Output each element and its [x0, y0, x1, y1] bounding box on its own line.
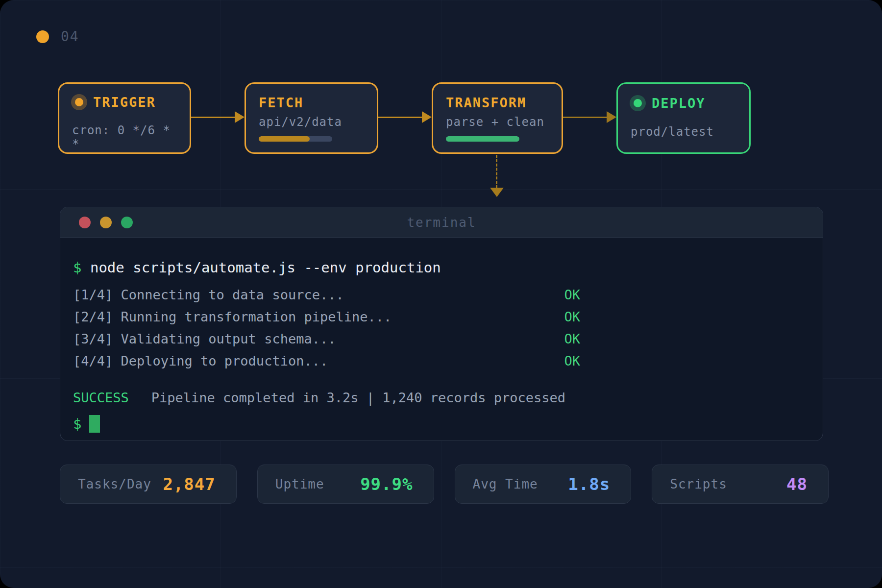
dashed-arrow-head-icon	[490, 188, 504, 197]
command-text: node scripts/automate.js --env productio…	[81, 259, 441, 276]
terminal-prompt-line[interactable]: $	[73, 413, 808, 435]
arrow-line	[563, 117, 610, 118]
success-badge: SUCCESS	[73, 390, 129, 405]
node-title: TRIGGER	[93, 95, 156, 110]
page-number: 04	[61, 28, 79, 45]
arrow-line	[378, 117, 425, 118]
arrow-line	[191, 117, 238, 118]
stat-value: 2,847	[163, 474, 215, 494]
prompt-symbol: $	[73, 416, 81, 432]
step-row: [2/4] Running transformation pipeline...…	[73, 306, 580, 328]
dashed-arrow-transform-to-terminal	[496, 155, 497, 188]
terminal-titlebar[interactable]: terminal	[60, 207, 823, 238]
stat-value: 48	[786, 474, 808, 494]
node-title: TRANSFORM	[446, 95, 526, 110]
stat-card-tasks-per-day: Tasks/Day 2,847	[60, 465, 237, 504]
step-list: [1/4] Connecting to data source... OK [2…	[73, 284, 580, 372]
terminal-window: terminal $ node scripts/automate.js --en…	[60, 207, 823, 441]
node-subtitle: api/v2/data	[259, 115, 364, 129]
step-label: [4/4] Deploying to production...	[73, 350, 328, 372]
step-label: [2/4] Running transformation pipeline...	[73, 306, 392, 328]
step-status: OK	[564, 284, 580, 306]
terminal-title: terminal	[60, 215, 823, 230]
step-row: [4/4] Deploying to production... OK	[73, 350, 580, 372]
stat-card-scripts: Scripts 48	[652, 465, 829, 504]
step-label: [1/4] Connecting to data source...	[73, 284, 344, 306]
transform-progress-bar	[446, 136, 519, 142]
step-row: [1/4] Connecting to data source... OK	[73, 284, 580, 306]
pipeline-node-deploy[interactable]: DEPLOY prod/latest	[616, 82, 751, 154]
stat-label: Avg Time	[473, 477, 538, 491]
page-badge: 04	[36, 28, 79, 45]
terminal-output: $ node scripts/automate.js --env product…	[60, 238, 823, 435]
deploy-active-dot-icon	[634, 99, 642, 107]
automation-dashboard: 04 TRIGGER cron: 0 */6 * * FETCH api/v2/…	[0, 0, 882, 588]
stat-value: 1.8s	[568, 474, 610, 494]
status-dot-icon	[36, 30, 49, 43]
result-line: SUCCESSPipeline completed in 3.2s | 1,24…	[73, 387, 808, 409]
step-row: [3/4] Validating output schema... OK	[73, 328, 580, 350]
stat-card-uptime: Uptime 99.9%	[257, 465, 434, 504]
prompt-symbol: $	[73, 259, 81, 276]
arrow-trigger-to-fetch	[191, 117, 245, 118]
result-text: Pipeline completed in 3.2s | 1,240 recor…	[151, 390, 565, 405]
terminal-cursor	[89, 415, 100, 433]
pipeline-node-fetch[interactable]: FETCH api/v2/data	[245, 82, 378, 154]
node-title: DEPLOY	[652, 96, 706, 111]
arrow-head-icon	[235, 111, 245, 123]
fetch-progress-bar	[259, 136, 332, 142]
stat-value: 99.9%	[360, 474, 413, 494]
stat-label: Uptime	[275, 477, 324, 491]
command-line: $ node scripts/automate.js --env product…	[73, 259, 808, 276]
step-status: OK	[564, 350, 580, 372]
step-status: OK	[564, 328, 580, 350]
node-title: FETCH	[259, 95, 303, 110]
stat-card-avg-time: Avg Time 1.8s	[455, 465, 632, 504]
pipeline-node-transform[interactable]: TRANSFORM parse + clean	[432, 82, 563, 154]
trigger-active-dot-icon	[75, 98, 83, 106]
fetch-progress-fill	[259, 136, 310, 142]
step-label: [3/4] Validating output schema...	[73, 328, 336, 350]
step-status: OK	[564, 306, 580, 328]
arrow-head-icon	[422, 111, 432, 123]
node-subtitle: cron: 0 */6 * *	[72, 123, 177, 151]
arrow-transform-to-deploy	[563, 117, 616, 118]
node-subtitle: prod/latest	[631, 125, 736, 139]
transform-progress-fill	[446, 136, 519, 142]
stats-row: Tasks/Day 2,847 Uptime 99.9% Avg Time 1.…	[60, 465, 829, 504]
stat-label: Scripts	[670, 477, 727, 491]
stat-label: Tasks/Day	[78, 477, 151, 491]
node-subtitle: parse + clean	[446, 115, 549, 129]
arrow-fetch-to-transform	[378, 117, 432, 118]
pipeline-diagram: TRIGGER cron: 0 */6 * * FETCH api/v2/dat…	[58, 82, 751, 154]
pipeline-node-trigger[interactable]: TRIGGER cron: 0 */6 * *	[58, 82, 191, 154]
arrow-head-icon	[607, 111, 616, 123]
